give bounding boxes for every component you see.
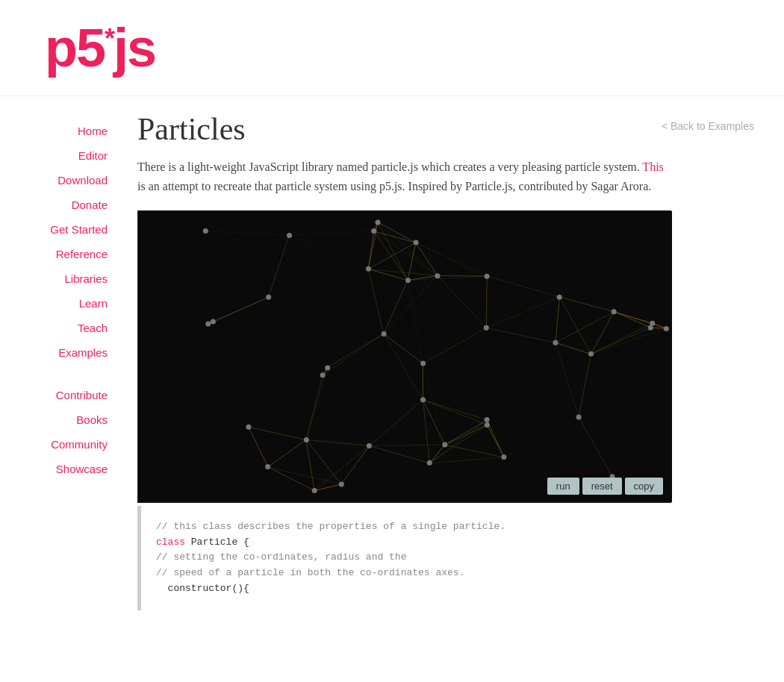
sidebar-item-home[interactable]: Home	[0, 119, 108, 143]
sidebar-item-get-started[interactable]: Get Started	[0, 217, 108, 242]
logo[interactable]: p5*js	[45, 18, 155, 78]
particle-canvas	[138, 211, 672, 502]
sidebar-item-reference[interactable]: Reference	[0, 242, 108, 266]
code-class-name: Particle {	[185, 536, 249, 548]
sidebar-item-teach[interactable]: Teach	[0, 316, 108, 340]
copy-button[interactable]: copy	[625, 478, 663, 495]
code-constructor: constructor(){	[156, 583, 249, 594]
code-comment-2: // setting the co-ordinates, radius and …	[156, 551, 406, 563]
sidebar: Home Editor Download Donate Get Started …	[0, 96, 122, 681]
sidebar-item-contribute[interactable]: Contribute	[0, 383, 108, 407]
description: There is a light-weight JavaScript libra…	[137, 157, 668, 197]
sidebar-item-editor[interactable]: Editor	[0, 143, 108, 168]
main-content: Particles < Back to Examples There is a …	[122, 96, 784, 681]
back-to-examples-link[interactable]: < Back to Examples	[662, 120, 754, 132]
logo-area: p5*js	[0, 0, 784, 96]
description-part2: is an attempt to recreate that particle …	[137, 180, 651, 193]
description-this: This	[642, 160, 663, 173]
layout: Home Editor Download Donate Get Started …	[0, 96, 784, 681]
description-part1: There is a light-weight JavaScript libra…	[137, 160, 642, 173]
code-area: // this class describes the properties o…	[137, 506, 671, 610]
sidebar-item-showcase[interactable]: Showcase	[0, 457, 108, 481]
sidebar-nav-primary: Home Editor Download Donate Get Started …	[0, 119, 108, 365]
logo-p5: p5	[45, 18, 105, 78]
sidebar-item-libraries[interactable]: Libraries	[0, 266, 108, 291]
code-line-1: // this class describes the properties o…	[156, 519, 656, 535]
page-title: Particles	[137, 111, 246, 147]
reset-button[interactable]: reset	[582, 478, 622, 495]
code-line-5: constructor(){	[156, 581, 656, 597]
code-comment-3: // speed of a particle in both the co-or…	[156, 567, 464, 578]
sidebar-item-examples[interactable]: Examples	[0, 340, 108, 365]
sidebar-separator	[0, 365, 108, 383]
code-comment-1: // this class describes the properties o…	[156, 521, 505, 532]
sidebar-item-download[interactable]: Download	[0, 168, 108, 193]
code-keyword-class: class	[156, 536, 185, 548]
particle-canvas-wrapper: run reset copy	[137, 210, 671, 503]
logo-js: js	[113, 18, 155, 78]
sidebar-nav-secondary: Contribute Books Community Showcase	[0, 383, 108, 481]
run-button[interactable]: run	[547, 478, 579, 495]
code-line-3: // setting the co-ordinates, radius and …	[156, 550, 656, 566]
logo-asterisk: *	[105, 23, 113, 54]
canvas-buttons: run reset copy	[547, 478, 663, 495]
sidebar-item-donate[interactable]: Donate	[0, 193, 108, 217]
sidebar-item-learn[interactable]: Learn	[0, 291, 108, 316]
sidebar-item-books[interactable]: Books	[0, 407, 108, 432]
sidebar-item-community[interactable]: Community	[0, 432, 108, 457]
code-line-2: class Particle {	[156, 535, 656, 551]
code-line-4: // speed of a particle in both the co-or…	[156, 566, 656, 581]
